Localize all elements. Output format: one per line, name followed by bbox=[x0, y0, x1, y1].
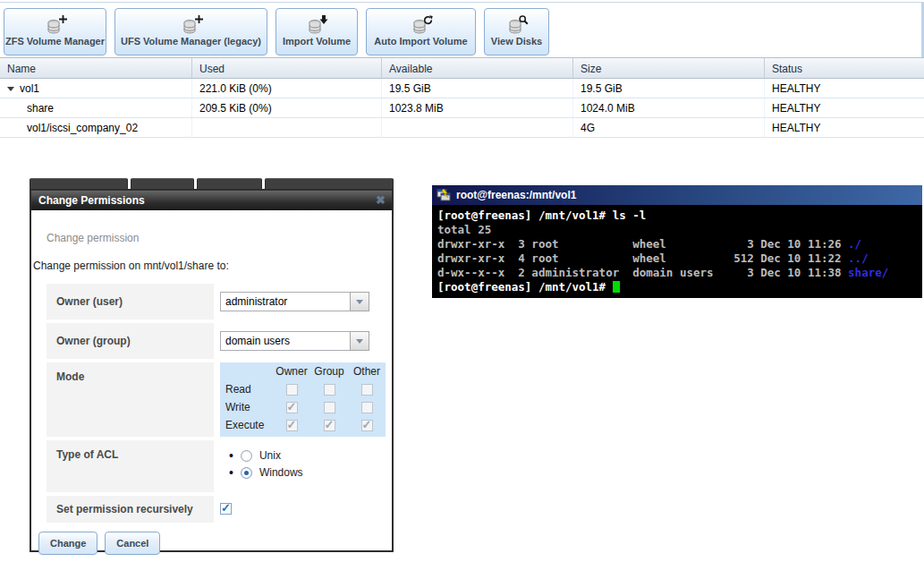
terminal-line: drwxr-xr-x 3 root wheel 3 Dec 10 11:26 bbox=[437, 237, 848, 251]
owner-user-select[interactable]: administrator bbox=[220, 292, 369, 311]
mode-col-owner: Owner bbox=[273, 365, 310, 378]
collapse-icon[interactable] bbox=[7, 87, 14, 91]
column-header-name[interactable]: Name bbox=[0, 58, 192, 78]
button-label: View Disks bbox=[491, 36, 542, 47]
unix-radio-label: Unix bbox=[259, 449, 281, 462]
acl-type-label: Type of ACL bbox=[47, 440, 214, 492]
dialog-title: Change Permissions bbox=[38, 194, 145, 207]
terminal-line: d-wx--x--x 2 administrator domain users … bbox=[437, 266, 848, 279]
terminal-line: total 25 bbox=[437, 223, 491, 236]
mode-checkbox-panel: Owner Group Other Read Write Execute bbox=[220, 362, 386, 437]
mode-row-write-label: Write bbox=[225, 401, 273, 413]
change-permissions-dialog: Change Permissions ✖ Change permission C… bbox=[30, 189, 394, 552]
background-window-tabs bbox=[30, 178, 394, 189]
unix-radio[interactable] bbox=[241, 450, 252, 462]
dialog-title-bar[interactable]: Change Permissions ✖ bbox=[31, 191, 392, 210]
dropdown-trigger-button[interactable] bbox=[350, 292, 369, 311]
column-header-available[interactable]: Available bbox=[382, 58, 573, 78]
auto-import-volume-button[interactable]: Auto Import Volume bbox=[366, 8, 476, 55]
available-cell: 19.5 GiB bbox=[382, 79, 573, 98]
acl-option-unix[interactable]: • Unix bbox=[229, 449, 303, 462]
chevron-down-icon bbox=[356, 300, 363, 304]
magnifier-icon bbox=[519, 15, 529, 25]
windows-radio[interactable] bbox=[241, 467, 252, 479]
table-row[interactable]: share 209.5 KiB (0%) 1023.8 MiB 1024.0 M… bbox=[0, 98, 924, 118]
read-group-checkbox[interactable] bbox=[324, 384, 335, 396]
volumes-table: Name Used Available Size Status vol1 221… bbox=[0, 57, 924, 138]
size-cell: 19.5 GiB bbox=[573, 79, 765, 98]
status-cell: HEALTHY bbox=[765, 79, 924, 98]
change-button[interactable]: Change bbox=[38, 532, 97, 555]
cancel-button[interactable]: Cancel bbox=[105, 532, 160, 555]
table-row[interactable]: vol1 221.0 KiB (0%) 19.5 GiB 19.5 GiB HE… bbox=[0, 79, 924, 98]
terminal-title: root@freenas:/mnt/vol1 bbox=[456, 189, 576, 201]
recursive-label: Set permission recursively bbox=[47, 496, 214, 523]
acl-options: • Unix • Windows bbox=[220, 449, 303, 492]
execute-other-checkbox[interactable] bbox=[361, 420, 373, 431]
used-cell bbox=[192, 118, 382, 137]
mode-row-read-label: Read bbox=[225, 383, 273, 396]
owner-user-label: Owner (user) bbox=[47, 284, 214, 319]
view-disks-button[interactable]: View Disks bbox=[484, 8, 549, 55]
ufs-volume-manager-button[interactable]: UFS Volume Manager (legacy) bbox=[114, 8, 267, 55]
column-header-size[interactable]: Size bbox=[573, 58, 765, 78]
bullet-icon: • bbox=[229, 468, 233, 477]
dropdown-trigger-button[interactable] bbox=[350, 331, 369, 351]
status-cell: HEALTHY bbox=[765, 118, 924, 137]
used-cell: 221.0 KiB (0%) bbox=[192, 79, 382, 98]
owner-user-value: administrator bbox=[220, 292, 350, 311]
ufs-volume-manager-icon bbox=[182, 18, 200, 34]
volume-toolbar: ZFS Volume Manager UFS Volume Manager (l… bbox=[4, 8, 549, 55]
mode-label: Mode bbox=[47, 362, 214, 437]
close-icon[interactable]: ✖ bbox=[376, 193, 386, 207]
directory-name: share/ bbox=[848, 266, 888, 279]
status-cell: HEALTHY bbox=[765, 98, 924, 117]
import-volume-button[interactable]: Import Volume bbox=[276, 8, 358, 55]
plus-icon bbox=[59, 15, 67, 23]
used-cell: 209.5 KiB (0%) bbox=[192, 98, 382, 117]
execute-group-checkbox[interactable] bbox=[324, 420, 335, 431]
name-cell: vol1 bbox=[0, 79, 192, 98]
button-label: Auto Import Volume bbox=[374, 36, 467, 47]
arrow-down-icon bbox=[319, 15, 328, 24]
terminal-line: [root@freenas] /mnt/vol1# ls -l bbox=[437, 209, 646, 222]
dialog-subtitle: Change permission bbox=[47, 232, 392, 244]
available-cell: 1023.8 MiB bbox=[382, 98, 573, 117]
write-other-checkbox[interactable] bbox=[361, 402, 373, 413]
acl-option-windows[interactable]: • Windows bbox=[229, 466, 303, 479]
button-label: ZFS Volume Manager bbox=[5, 36, 105, 47]
read-other-checkbox[interactable] bbox=[361, 384, 373, 396]
recursive-checkbox[interactable] bbox=[220, 503, 232, 515]
mode-row-execute-label: Execute bbox=[225, 419, 273, 431]
zfs-volume-manager-icon bbox=[47, 18, 64, 34]
available-cell bbox=[382, 118, 573, 137]
write-owner-checkbox[interactable] bbox=[286, 402, 298, 413]
size-cell: 4G bbox=[573, 118, 765, 137]
dialog-description: Change permission on mnt/vol1/share to: bbox=[33, 260, 392, 272]
terminal-cursor bbox=[613, 281, 620, 293]
terminal-line: [root@freenas] /mnt/vol1# bbox=[437, 280, 613, 294]
table-row[interactable]: vol1/iscsi_company_02 4G HEALTHY bbox=[0, 118, 924, 138]
execute-owner-checkbox[interactable] bbox=[286, 420, 298, 431]
write-group-checkbox[interactable] bbox=[324, 402, 335, 413]
terminal-title-bar[interactable]: root@freenas:/mnt/vol1 bbox=[432, 185, 922, 205]
background-tab bbox=[265, 178, 394, 189]
import-volume-icon bbox=[308, 18, 326, 34]
column-header-used[interactable]: Used bbox=[192, 58, 382, 78]
read-owner-checkbox[interactable] bbox=[286, 384, 298, 396]
terminal-window: root@freenas:/mnt/vol1 [root@freenas] /m… bbox=[432, 185, 922, 298]
view-disks-icon bbox=[508, 18, 526, 34]
button-label: UFS Volume Manager (legacy) bbox=[121, 36, 261, 47]
mode-col-other: Other bbox=[348, 365, 386, 378]
zfs-volume-manager-button[interactable]: ZFS Volume Manager bbox=[4, 8, 106, 55]
terminal-output[interactable]: [root@freenas] /mnt/vol1# ls -l total 25… bbox=[432, 205, 922, 298]
terminal-line: drwxr-xr-x 4 root wheel 512 Dec 10 11:22 bbox=[437, 251, 848, 265]
auto-import-volume-icon bbox=[412, 18, 430, 34]
background-tab bbox=[131, 178, 194, 189]
directory-name: ../ bbox=[848, 251, 869, 265]
owner-group-select[interactable]: domain users bbox=[220, 331, 369, 351]
permissions-form: Owner (user) administrator Owner (group)… bbox=[47, 284, 392, 523]
column-header-status[interactable]: Status bbox=[765, 58, 924, 78]
refresh-icon bbox=[423, 15, 433, 25]
table-header-row: Name Used Available Size Status bbox=[0, 57, 924, 79]
